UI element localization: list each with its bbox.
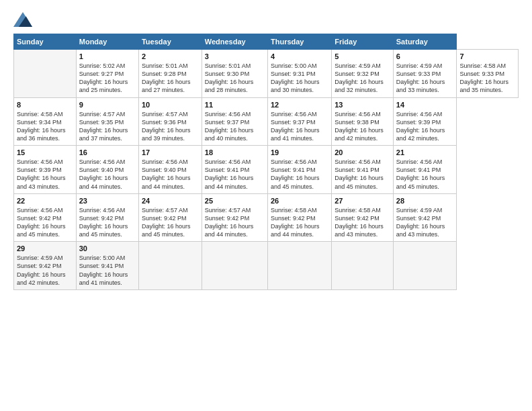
day-info: Sunrise: 4:56 AM Sunset: 9:39 PM Dayligh… xyxy=(396,110,454,143)
day-info: Sunrise: 4:56 AM Sunset: 9:42 PM Dayligh… xyxy=(17,206,73,239)
day-cell-23: 23 Sunrise: 4:56 AM Sunset: 9:42 PM Dayl… xyxy=(76,193,138,242)
day-cell-8: 8 Sunrise: 4:58 AM Sunset: 9:34 PM Dayli… xyxy=(14,97,77,146)
day-number: 1 xyxy=(79,52,136,60)
day-number: 10 xyxy=(142,101,199,109)
day-info: Sunrise: 4:56 AM Sunset: 9:37 PM Dayligh… xyxy=(271,110,328,143)
day-cell-17: 17 Sunrise: 4:56 AM Sunset: 9:40 PM Dayl… xyxy=(138,146,202,194)
day-number: 25 xyxy=(205,197,265,205)
day-info: Sunrise: 4:59 AM Sunset: 9:33 PM Dayligh… xyxy=(396,62,454,95)
day-number: 6 xyxy=(396,52,454,60)
day-info: Sunrise: 5:01 AM Sunset: 9:28 PM Dayligh… xyxy=(142,62,199,95)
day-number: 2 xyxy=(142,52,199,60)
day-info: Sunrise: 4:57 AM Sunset: 9:36 PM Dayligh… xyxy=(142,110,199,143)
day-info: Sunrise: 4:59 AM Sunset: 9:42 PM Dayligh… xyxy=(396,206,454,239)
day-info: Sunrise: 4:56 AM Sunset: 9:37 PM Dayligh… xyxy=(205,110,265,143)
day-info: Sunrise: 4:57 AM Sunset: 9:42 PM Dayligh… xyxy=(142,206,199,239)
day-info: Sunrise: 4:59 AM Sunset: 9:32 PM Dayligh… xyxy=(335,62,390,95)
day-info: Sunrise: 4:57 AM Sunset: 9:35 PM Dayligh… xyxy=(79,110,136,143)
day-cell-13: 13 Sunrise: 4:56 AM Sunset: 9:38 PM Dayl… xyxy=(332,97,394,146)
day-cell-3: 3 Sunrise: 5:01 AM Sunset: 9:30 PM Dayli… xyxy=(202,50,267,98)
day-info: Sunrise: 4:56 AM Sunset: 9:41 PM Dayligh… xyxy=(205,158,265,191)
day-cell-25: 25 Sunrise: 4:57 AM Sunset: 9:42 PM Dayl… xyxy=(202,193,267,242)
day-info: Sunrise: 4:56 AM Sunset: 9:39 PM Dayligh… xyxy=(17,158,73,191)
day-number: 18 xyxy=(205,148,265,156)
day-cell-19: 19 Sunrise: 4:56 AM Sunset: 9:41 PM Dayl… xyxy=(267,146,331,194)
day-cell-1: 1 Sunrise: 5:02 AM Sunset: 9:27 PM Dayli… xyxy=(76,50,138,98)
day-number: 5 xyxy=(335,52,390,60)
day-info: Sunrise: 4:56 AM Sunset: 9:38 PM Dayligh… xyxy=(335,110,390,143)
day-number: 23 xyxy=(79,197,136,205)
day-cell-26: 26 Sunrise: 4:58 AM Sunset: 9:42 PM Dayl… xyxy=(267,193,331,242)
day-number: 16 xyxy=(79,148,136,156)
day-info: Sunrise: 4:58 AM Sunset: 9:42 PM Dayligh… xyxy=(271,206,328,239)
day-cell-9: 9 Sunrise: 4:57 AM Sunset: 9:35 PM Dayli… xyxy=(76,97,138,146)
col-header-tuesday: Tuesday xyxy=(138,34,202,50)
day-info: Sunrise: 5:00 AM Sunset: 9:31 PM Dayligh… xyxy=(271,62,328,95)
day-info: Sunrise: 4:56 AM Sunset: 9:41 PM Dayligh… xyxy=(396,158,454,191)
empty-cell xyxy=(202,242,267,290)
day-info: Sunrise: 4:56 AM Sunset: 9:42 PM Dayligh… xyxy=(79,206,136,239)
day-info: Sunrise: 4:59 AM Sunset: 9:42 PM Dayligh… xyxy=(17,254,73,287)
day-number: 19 xyxy=(271,148,328,156)
day-cell-7: 7 Sunrise: 4:58 AM Sunset: 9:33 PM Dayli… xyxy=(457,50,519,98)
day-number: 9 xyxy=(79,101,136,109)
calendar-table: SundayMondayTuesdayWednesdayThursdayFrid… xyxy=(13,34,519,290)
day-number: 8 xyxy=(17,101,73,109)
day-cell-24: 24 Sunrise: 4:57 AM Sunset: 9:42 PM Dayl… xyxy=(138,193,202,242)
page: SundayMondayTuesdayWednesdayThursdayFrid… xyxy=(0,0,532,411)
day-number: 30 xyxy=(79,244,136,253)
empty-cell xyxy=(267,242,331,290)
logo xyxy=(13,12,34,27)
week-row-2: 8 Sunrise: 4:58 AM Sunset: 9:34 PM Dayli… xyxy=(14,97,519,146)
col-header-monday: Monday xyxy=(76,34,138,50)
day-info: Sunrise: 4:58 AM Sunset: 9:34 PM Dayligh… xyxy=(17,110,73,143)
day-info: Sunrise: 4:56 AM Sunset: 9:40 PM Dayligh… xyxy=(142,158,199,191)
day-number: 27 xyxy=(335,197,390,205)
logo-icon xyxy=(13,12,32,27)
day-cell-5: 5 Sunrise: 4:59 AM Sunset: 9:32 PM Dayli… xyxy=(332,50,394,98)
day-number: 3 xyxy=(205,52,265,60)
day-info: Sunrise: 4:56 AM Sunset: 9:41 PM Dayligh… xyxy=(335,158,390,191)
day-cell-28: 28 Sunrise: 4:59 AM Sunset: 9:42 PM Dayl… xyxy=(393,193,457,242)
day-number: 4 xyxy=(271,52,328,60)
week-row-3: 15 Sunrise: 4:56 AM Sunset: 9:39 PM Dayl… xyxy=(14,146,519,194)
col-header-friday: Friday xyxy=(332,34,394,50)
day-number: 21 xyxy=(396,148,454,156)
day-number: 7 xyxy=(459,52,515,60)
day-cell-2: 2 Sunrise: 5:01 AM Sunset: 9:28 PM Dayli… xyxy=(138,50,202,98)
day-number: 28 xyxy=(396,197,454,205)
empty-cell xyxy=(14,50,77,98)
day-number: 12 xyxy=(271,101,328,109)
day-cell-6: 6 Sunrise: 4:59 AM Sunset: 9:33 PM Dayli… xyxy=(393,50,457,98)
day-cell-10: 10 Sunrise: 4:57 AM Sunset: 9:36 PM Dayl… xyxy=(138,97,202,146)
day-cell-18: 18 Sunrise: 4:56 AM Sunset: 9:41 PM Dayl… xyxy=(202,146,267,194)
day-number: 26 xyxy=(271,197,328,205)
day-cell-16: 16 Sunrise: 4:56 AM Sunset: 9:40 PM Dayl… xyxy=(76,146,138,194)
day-cell-12: 12 Sunrise: 4:56 AM Sunset: 9:37 PM Dayl… xyxy=(267,97,331,146)
week-row-4: 22 Sunrise: 4:56 AM Sunset: 9:42 PM Dayl… xyxy=(14,193,519,242)
day-cell-11: 11 Sunrise: 4:56 AM Sunset: 9:37 PM Dayl… xyxy=(202,97,267,146)
col-header-thursday: Thursday xyxy=(267,34,331,50)
day-number: 14 xyxy=(396,101,454,109)
day-cell-27: 27 Sunrise: 4:58 AM Sunset: 9:42 PM Dayl… xyxy=(332,193,394,242)
calendar-header-row: SundayMondayTuesdayWednesdayThursdayFrid… xyxy=(14,34,519,50)
day-cell-15: 15 Sunrise: 4:56 AM Sunset: 9:39 PM Dayl… xyxy=(14,146,77,194)
day-number: 20 xyxy=(335,148,390,156)
col-header-wednesday: Wednesday xyxy=(202,34,267,50)
day-cell-30: 30 Sunrise: 5:00 AM Sunset: 9:41 PM Dayl… xyxy=(76,242,138,290)
week-row-5: 29 Sunrise: 4:59 AM Sunset: 9:42 PM Dayl… xyxy=(14,242,519,290)
day-cell-4: 4 Sunrise: 5:00 AM Sunset: 9:31 PM Dayli… xyxy=(267,50,331,98)
day-info: Sunrise: 4:56 AM Sunset: 9:40 PM Dayligh… xyxy=(79,158,136,191)
day-info: Sunrise: 4:58 AM Sunset: 9:33 PM Dayligh… xyxy=(459,62,515,95)
day-number: 11 xyxy=(205,101,265,109)
day-info: Sunrise: 4:58 AM Sunset: 9:42 PM Dayligh… xyxy=(335,206,390,239)
header xyxy=(13,12,519,27)
day-cell-29: 29 Sunrise: 4:59 AM Sunset: 9:42 PM Dayl… xyxy=(14,242,77,290)
day-number: 22 xyxy=(17,197,73,205)
empty-cell xyxy=(393,242,457,290)
day-info: Sunrise: 4:56 AM Sunset: 9:41 PM Dayligh… xyxy=(271,158,328,191)
day-cell-20: 20 Sunrise: 4:56 AM Sunset: 9:41 PM Dayl… xyxy=(332,146,394,194)
day-number: 15 xyxy=(17,148,73,156)
col-header-saturday: Saturday xyxy=(393,34,457,50)
col-header-sunday: Sunday xyxy=(14,34,77,50)
